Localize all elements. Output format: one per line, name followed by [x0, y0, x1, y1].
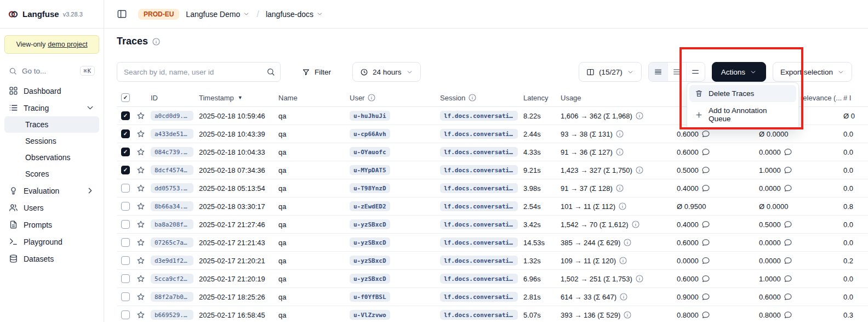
- favorite-star-icon[interactable]: [136, 220, 145, 229]
- sidebar-item-playground[interactable]: Playground: [4, 233, 99, 250]
- goto-search[interactable]: Go to... ⌘K: [4, 63, 99, 79]
- sidebar-item-observations[interactable]: Observations: [4, 149, 99, 166]
- trace-id-badge[interactable]: 084c739...: [151, 147, 193, 157]
- sidebar-item-prompts[interactable]: Prompts: [4, 216, 99, 233]
- table-row[interactable]: 88f2a7b0... 2025-02-17 18:25:26 qa u-f0Y…: [117, 288, 868, 306]
- select-all-checkbox[interactable]: [121, 93, 130, 102]
- trace-id-badge[interactable]: 8dcf4574...: [151, 165, 193, 175]
- sidebar-toggle-icon[interactable]: [117, 9, 127, 19]
- user-badge[interactable]: u-yzSBxcD: [350, 219, 390, 229]
- table-row[interactable]: 8dcf4574... 2025-02-18 07:34:36 qa u-MYp…: [117, 161, 868, 179]
- trace-id-badge[interactable]: ba8a208f...: [151, 219, 193, 229]
- org-selector[interactable]: Langfuse Demo: [186, 10, 250, 19]
- user-badge[interactable]: u-VlZzvwo: [350, 310, 390, 320]
- project-selector[interactable]: langfuse-docs: [266, 10, 323, 19]
- table-row[interactable]: d3e9d1f2... 2025-02-17 21:20:21 qa u-yzS…: [117, 252, 868, 270]
- table-row[interactable]: 8b66a34... 2025-02-18 03:30:17 qa u-zEwd…: [117, 197, 868, 216]
- table-row[interactable]: ba8a208f... 2025-02-17 21:27:46 qa u-yzS…: [117, 216, 868, 234]
- row-checkbox[interactable]: [121, 111, 130, 120]
- menu-item-delete-traces[interactable]: Delete Traces: [689, 85, 796, 102]
- user-badge[interactable]: u-OYauofc: [350, 147, 390, 157]
- favorite-star-icon[interactable]: [136, 184, 145, 193]
- session-badge[interactable]: lf.docs.conversation...: [440, 292, 518, 302]
- menu-item-add-to-annotation-queue[interactable]: Add to Annotation Queue: [689, 102, 796, 127]
- filter-button[interactable]: Filter: [295, 62, 338, 82]
- favorite-star-icon[interactable]: [136, 310, 145, 319]
- favorite-star-icon[interactable]: [136, 202, 145, 211]
- columns-button[interactable]: (15/27): [579, 62, 642, 82]
- row-checkbox[interactable]: [121, 129, 130, 138]
- trace-id-badge[interactable]: 5cca9cf2...: [151, 274, 193, 284]
- sidebar-item-tracing[interactable]: Tracing: [4, 99, 99, 116]
- session-badge[interactable]: lf.docs.conversation...: [440, 183, 518, 193]
- header-timestamp[interactable]: Timestamp▼: [199, 94, 278, 102]
- trace-id-badge[interactable]: a0cd0d9...: [151, 111, 193, 121]
- sidebar-item-datasets[interactable]: Datasets: [4, 250, 99, 267]
- time-range-button[interactable]: 24 hours: [352, 62, 421, 82]
- row-checkbox[interactable]: [121, 310, 130, 319]
- trace-id-badge[interactable]: 07265c7a...: [151, 238, 193, 247]
- row-checkbox[interactable]: [121, 166, 130, 174]
- trace-id-badge[interactable]: b669529...: [151, 310, 193, 320]
- sidebar-item-users[interactable]: Users: [4, 199, 99, 216]
- row-height-large-button[interactable]: [686, 63, 705, 81]
- table-row[interactable]: b669529... 2025-02-17 16:58:45 qa u-VlZz…: [117, 306, 868, 322]
- table-row[interactable]: 07265c7a... 2025-02-17 21:21:43 qa u-yzS…: [117, 234, 868, 252]
- row-checkbox[interactable]: [121, 148, 130, 156]
- user-badge[interactable]: u-T98YnzD: [350, 183, 390, 193]
- session-badge[interactable]: lf.docs.conversation...: [440, 129, 518, 139]
- row-checkbox[interactable]: [121, 220, 130, 229]
- user-badge[interactable]: u-yzSBxcD: [350, 238, 390, 247]
- demo-project-link[interactable]: demo project: [48, 41, 87, 48]
- row-checkbox[interactable]: [121, 274, 130, 283]
- favorite-star-icon[interactable]: [136, 166, 145, 174]
- table-row[interactable]: dd05753... 2025-02-18 05:13:54 qa u-T98Y…: [117, 179, 868, 197]
- session-badge[interactable]: lf.docs.conversation...: [440, 165, 518, 175]
- row-checkbox[interactable]: [121, 292, 130, 301]
- favorite-star-icon[interactable]: [136, 238, 145, 247]
- table-row[interactable]: 5cca9cf2... 2025-02-17 21:20:19 qa u-yzS…: [117, 270, 868, 288]
- row-checkbox[interactable]: [121, 256, 130, 265]
- favorite-star-icon[interactable]: [136, 256, 145, 265]
- user-badge[interactable]: u-yzSBxcD: [350, 256, 390, 265]
- row-checkbox[interactable]: [121, 238, 130, 247]
- trace-id-badge[interactable]: a433de51...: [151, 129, 193, 139]
- session-badge[interactable]: lf.docs.conversation...: [440, 201, 518, 211]
- trace-id-badge[interactable]: 8b66a34...: [151, 201, 193, 211]
- user-badge[interactable]: u-MYpDAT5: [350, 165, 390, 175]
- search-icon[interactable]: [266, 67, 275, 76]
- favorite-star-icon[interactable]: [136, 292, 145, 301]
- search-input[interactable]: [117, 62, 281, 82]
- sidebar-item-evaluation[interactable]: Evaluation: [4, 182, 99, 199]
- session-badge[interactable]: lf.docs.conversation...: [440, 310, 518, 320]
- favorite-star-icon[interactable]: [136, 274, 145, 283]
- export-button[interactable]: Export selection: [773, 62, 852, 82]
- user-badge[interactable]: u-yzSBxcD: [350, 274, 390, 284]
- session-badge[interactable]: lf.docs.conversation...: [440, 111, 518, 121]
- row-height-small-button[interactable]: [649, 63, 667, 81]
- sidebar-item-dashboard[interactable]: Dashboard: [4, 82, 99, 99]
- session-badge[interactable]: lf.docs.conversation...: [440, 256, 518, 265]
- trace-id-badge[interactable]: d3e9d1f2...: [151, 256, 193, 265]
- user-badge[interactable]: u-f0YfBSL: [350, 292, 390, 302]
- user-badge[interactable]: u-huJhuJi: [350, 111, 390, 121]
- favorite-star-icon[interactable]: [136, 111, 145, 120]
- row-height-medium-button[interactable]: [667, 63, 686, 81]
- sidebar-item-sessions[interactable]: Sessions: [4, 133, 99, 149]
- row-checkbox[interactable]: [121, 184, 130, 193]
- favorite-star-icon[interactable]: [136, 129, 145, 138]
- table-row[interactable]: 084c739... 2025-02-18 10:04:33 qa u-OYau…: [117, 143, 868, 161]
- sidebar-item-traces[interactable]: Traces: [4, 116, 99, 133]
- user-badge[interactable]: u-zEwdED2: [350, 201, 390, 211]
- session-badge[interactable]: lf.docs.conversation...: [440, 238, 518, 247]
- trace-id-badge[interactable]: dd05753...: [151, 183, 193, 193]
- sidebar-item-scores[interactable]: Scores: [4, 166, 99, 182]
- actions-button[interactable]: Actions: [712, 62, 766, 82]
- favorite-star-icon[interactable]: [136, 148, 145, 156]
- session-badge[interactable]: lf.docs.conversation...: [440, 219, 518, 229]
- row-checkbox[interactable]: [121, 202, 130, 211]
- session-badge[interactable]: lf.docs.conversation...: [440, 274, 518, 284]
- user-badge[interactable]: u-cp66Avh: [350, 129, 390, 139]
- session-badge[interactable]: lf.docs.conversation...: [440, 147, 518, 157]
- trace-id-badge[interactable]: 88f2a7b0...: [151, 292, 193, 302]
